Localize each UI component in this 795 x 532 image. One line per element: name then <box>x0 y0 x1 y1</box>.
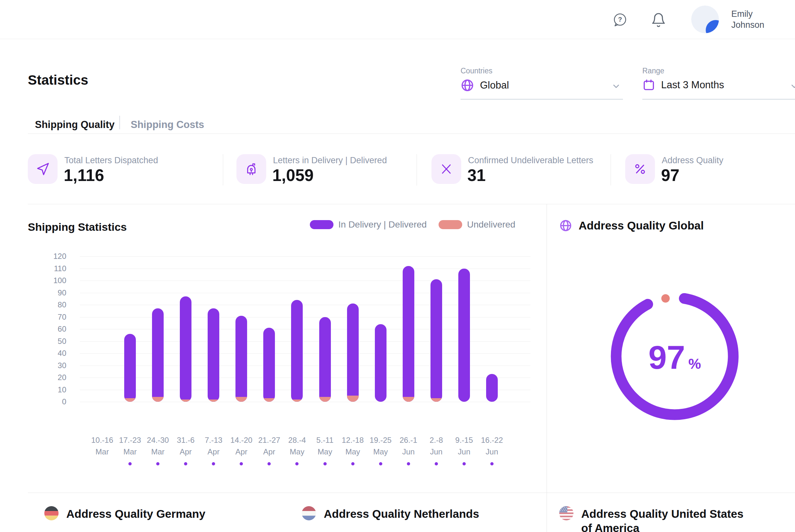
x-axis-dot <box>351 462 354 466</box>
x-axis-dot <box>240 462 243 466</box>
x-axis-tick-label: 26.-1Jun <box>388 434 428 458</box>
user-first-name: Emily <box>731 8 764 19</box>
bar-5.-11-may[interactable] <box>319 317 331 402</box>
stat-icon-box <box>625 154 655 184</box>
address-quality-netherlands-header: Address Quality Netherlands <box>302 506 479 521</box>
bar-undelivered-segment <box>319 397 331 402</box>
range-select-value: Last 3 Months <box>661 79 724 91</box>
divider <box>223 154 223 186</box>
y-axis-tick-label: 40 <box>31 349 66 358</box>
x-axis-tick-label: 2.-8Jun <box>416 434 456 458</box>
bar-undelivered-segment <box>152 397 164 402</box>
legend-label-undelivered: Undelivered <box>467 220 515 229</box>
legend-label-delivered: In Delivery | Delivered <box>338 220 427 229</box>
y-axis-tick-label: 20 <box>31 373 66 382</box>
address-quality-usa-title: Address Quality United States of America <box>581 507 757 532</box>
donut-unit: % <box>688 356 701 372</box>
bar-undelivered-segment <box>236 397 247 402</box>
x-axis-dot <box>295 462 298 466</box>
avatar[interactable] <box>691 5 719 33</box>
svg-text:?: ? <box>618 16 622 23</box>
top-bar: ? Emily Johnson <box>0 0 795 39</box>
x-axis-dot <box>407 462 410 466</box>
chevron-down-icon <box>790 81 795 91</box>
calendar-icon <box>642 78 655 92</box>
y-axis-tick-label: 0 <box>31 397 66 406</box>
legend-swatch-delivered <box>310 220 333 229</box>
stat-label: Confirmed Undeliverable Letters <box>468 155 593 166</box>
divider <box>417 154 417 186</box>
donut-value-label: 97% <box>610 339 739 377</box>
x-axis-tick-label: 14.-20Apr <box>221 434 261 458</box>
x-axis-dot <box>267 462 271 466</box>
range-select-label: Range <box>642 66 795 75</box>
donut-value: 97 <box>648 339 685 376</box>
donut-gap-dot <box>661 294 670 303</box>
x-axis-dot <box>463 462 466 466</box>
bar-28.-4-may[interactable] <box>291 300 303 402</box>
bar-16.-22-jun[interactable] <box>486 374 498 402</box>
x-axis-tick-label: 10.-16Mar <box>82 434 122 458</box>
bar-19.-25-may[interactable] <box>375 324 387 402</box>
stat-label: Letters in Delivery | Delivered <box>273 155 387 166</box>
bar-undelivered-segment <box>180 399 191 402</box>
bar-7.-13-apr[interactable] <box>208 308 219 402</box>
chart-title: Shipping Statistics <box>28 221 127 233</box>
bar-undelivered-segment <box>403 397 414 402</box>
stat-value: 97 <box>661 166 680 185</box>
bar-24.-30-mar[interactable] <box>152 308 164 402</box>
x-axis-tick-label: 28.-4May <box>277 434 317 458</box>
help-button[interactable]: ? <box>612 12 628 28</box>
y-axis-tick-label: 100 <box>31 276 66 285</box>
stat-value: 1,059 <box>272 166 314 185</box>
address-quality-global-title: Address Quality Global <box>579 219 704 232</box>
stat-value: 31 <box>467 166 486 185</box>
page-title: Statistics <box>28 72 88 88</box>
y-axis-tick-label: 60 <box>31 324 66 334</box>
bar-2.-8-jun[interactable] <box>430 279 442 402</box>
mailbox-icon <box>244 162 258 176</box>
address-quality-germany-header: Address Quality Germany <box>44 506 205 521</box>
bar-31.-6-apr[interactable] <box>180 297 191 402</box>
bar-21.-27-apr[interactable] <box>263 328 275 402</box>
bar-undelivered-segment <box>263 398 275 402</box>
bar-14.-20-apr[interactable] <box>236 316 247 402</box>
y-axis-tick-label: 80 <box>31 300 66 309</box>
statistics-page: ? Emily Johnson Statistics Countries <box>0 0 795 532</box>
stat-label: Total Letters Dispatched <box>64 155 158 166</box>
stat-label: Address Quality <box>662 155 723 166</box>
x-axis-tick-label: 17.-23Mar <box>110 434 150 458</box>
user-last-name: Johnson <box>731 19 764 31</box>
legend-swatch-undelivered <box>439 220 462 229</box>
x-axis-tick-label: 24.-30Mar <box>138 434 178 458</box>
send-icon <box>36 162 50 176</box>
chevron-down-icon <box>611 81 621 91</box>
y-axis-tick-label: 120 <box>31 252 66 261</box>
x-axis-tick-label: 12.-18May <box>333 434 373 458</box>
x-axis-dot <box>323 462 327 466</box>
tab-shipping-costs[interactable]: Shipping Costs <box>131 119 204 131</box>
user-name: Emily Johnson <box>731 8 764 31</box>
address-quality-germany-title: Address Quality Germany <box>66 507 205 521</box>
grid-line <box>80 256 531 256</box>
stat-icon-box <box>28 154 58 184</box>
y-axis-tick-label: 70 <box>31 312 66 322</box>
notifications-button[interactable] <box>651 12 666 28</box>
globe-icon <box>461 78 474 92</box>
bar-undelivered-segment <box>347 396 359 402</box>
bar-9.-15-jun[interactable] <box>458 269 470 402</box>
countries-select-value: Global <box>480 79 509 91</box>
avatar-image <box>691 5 719 33</box>
divider <box>547 204 547 532</box>
countries-select[interactable]: Countries Global <box>461 65 623 99</box>
bar-12.-18-may[interactable] <box>347 304 359 402</box>
range-select[interactable]: Range Last 3 Months <box>642 65 795 99</box>
x-axis-tick-label: 19.-25May <box>360 434 401 458</box>
bar-26.-1-jun[interactable] <box>403 266 414 402</box>
tab-shipping-quality[interactable]: Shipping Quality <box>35 119 114 131</box>
netherlands-flag-icon <box>302 506 316 520</box>
bar-undelivered-segment <box>291 399 303 402</box>
bar-17.-23-mar[interactable] <box>124 334 136 402</box>
y-axis-tick-label: 10 <box>31 385 66 394</box>
globe-icon <box>559 219 572 232</box>
